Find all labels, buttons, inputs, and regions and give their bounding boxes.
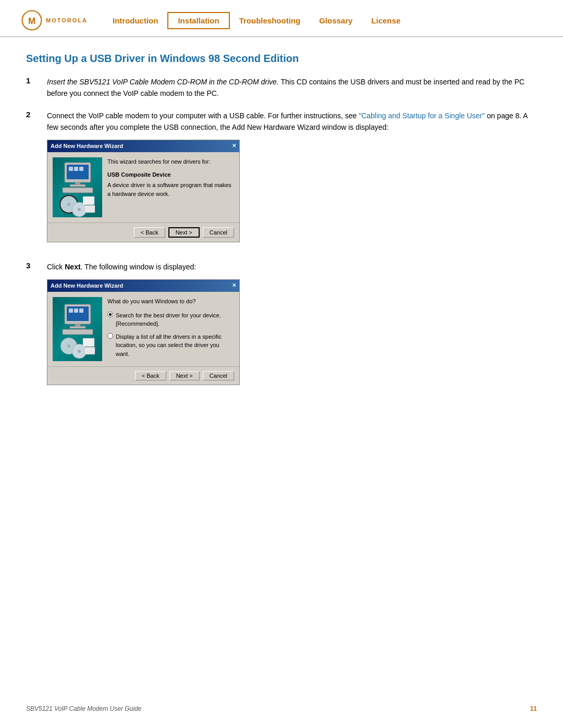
svg-text:M: M: [28, 16, 35, 26]
step-3: 3 Click Next. The following window is di…: [26, 261, 537, 393]
dialog-2-titlebar: Add New Hardware Wizard ✕: [47, 280, 239, 292]
dialog-1-close-icon: ✕: [232, 142, 236, 150]
step-3-number: 3: [26, 261, 47, 270]
dialog-1-title: Add New Hardware Wizard: [51, 142, 123, 151]
svg-rect-30: [84, 347, 95, 354]
page-header: M MOTOROLA Introduction Installation Tro…: [0, 0, 563, 37]
svg-rect-9: [63, 188, 93, 193]
svg-rect-5: [74, 167, 78, 171]
dialog-1-cancel-button[interactable]: Cancel: [203, 227, 234, 238]
svg-point-14: [78, 208, 81, 211]
dialog-2-radio-1-icon[interactable]: [107, 312, 113, 317]
dialog-2-footer: < Back Next > Cancel: [47, 366, 239, 385]
motorola-wordmark: MOTOROLA: [46, 17, 88, 23]
dialog-2-option-1: Search for the best driver for your devi…: [107, 311, 234, 328]
svg-rect-15: [83, 196, 94, 205]
main-content: Setting Up a USB Driver in Windows 98 Se…: [0, 37, 563, 425]
dialog-1-footer: < Back Next > Cancel: [47, 223, 239, 242]
dialog-1-description: A device driver is a software program th…: [107, 181, 234, 198]
tab-introduction[interactable]: Introduction: [103, 13, 167, 28]
step-3-next-bold: Next: [65, 263, 80, 271]
dialog-2-option-2: Display a list of all the drivers in a s…: [107, 332, 234, 359]
dialog-1-illustration-icon: [54, 157, 101, 217]
svg-point-28: [78, 350, 81, 353]
step-3-text-before: Click: [47, 263, 65, 271]
dialog-1-body: This wizard searches for new drivers for…: [47, 152, 239, 223]
logo-area: M MOTOROLA: [21, 9, 88, 31]
svg-rect-8: [70, 184, 85, 187]
step-2-number: 2: [26, 110, 47, 119]
step-1-italic: Insert the SBV5121 VoIP Cable Modem CD-R…: [47, 78, 279, 86]
dialog-1-titlebar: Add New Hardware Wizard ✕: [47, 140, 239, 153]
svg-rect-7: [75, 182, 80, 184]
dialog-1-back-button[interactable]: < Back: [134, 227, 165, 238]
svg-rect-23: [70, 326, 85, 328]
svg-rect-22: [75, 324, 80, 326]
dialog-2-body: What do you want Windows to do? Search f…: [47, 292, 239, 366]
svg-point-12: [67, 203, 70, 206]
svg-rect-20: [74, 309, 78, 313]
dialog-2-text-area: What do you want Windows to do? Search f…: [107, 297, 234, 361]
tab-glossary[interactable]: Glossary: [310, 13, 362, 28]
dialog-1-image: [53, 157, 102, 217]
step-1-number: 1: [26, 76, 47, 85]
svg-rect-6: [79, 167, 83, 171]
tab-troubleshooting[interactable]: Troubleshooting: [230, 13, 310, 28]
step-2-content: Connect the VoIP cable modem to your com…: [47, 110, 537, 251]
navigation-tabs: Introduction Installation Troubleshootin…: [103, 12, 542, 29]
svg-rect-19: [69, 309, 73, 313]
dialog-2-question: What do you want Windows to do?: [107, 297, 234, 306]
dialog-2-radio-2-icon[interactable]: [107, 333, 113, 339]
step-2-link[interactable]: "Cabling and Startup for a Single User": [359, 112, 485, 120]
tab-installation[interactable]: Installation: [167, 12, 229, 29]
dialog-2-cancel-button[interactable]: Cancel: [203, 371, 234, 380]
svg-rect-21: [79, 309, 83, 313]
dialog-2-next-button[interactable]: Next >: [169, 371, 200, 380]
step-list: 1 Insert the SBV5121 VoIP Cable Modem CD…: [26, 76, 537, 393]
page-title: Setting Up a USB Driver in Windows 98 Se…: [26, 53, 537, 65]
svg-rect-16: [84, 205, 95, 213]
tab-license[interactable]: License: [362, 13, 410, 28]
dialog-1-device-name: USB Composite Device: [107, 170, 234, 179]
page-footer: SBV5121 VoIP Cable Modem User Guide 11: [26, 705, 537, 712]
footer-page-number: 11: [530, 705, 537, 712]
step-3-text-after: . The following window is displayed:: [81, 263, 197, 271]
dialog-1-text-area: This wizard searches for new drivers for…: [107, 157, 234, 217]
step-3-content: Click Next. The following window is disp…: [47, 261, 537, 393]
dialog-2-back-button[interactable]: < Back: [135, 371, 166, 380]
dialog-2-option-1-label: Search for the best driver for your devi…: [116, 311, 234, 328]
svg-rect-29: [83, 338, 94, 347]
footer-guide-name: SBV5121 VoIP Cable Modem User Guide: [26, 705, 141, 712]
dialog-1-next-button[interactable]: Next >: [168, 227, 200, 238]
dialog-1-screenshot: Add New Hardware Wizard ✕: [47, 140, 240, 243]
motorola-logo-icon: M: [21, 9, 43, 31]
step-2-text-before: Connect the VoIP cable modem to your com…: [47, 112, 359, 120]
dialog-2-option-2-label: Display a list of all the drivers in a s…: [116, 332, 234, 359]
svg-rect-4: [69, 167, 73, 171]
step-2: 2 Connect the VoIP cable modem to your c…: [26, 110, 537, 251]
dialog-2-screenshot: Add New Hardware Wizard ✕: [47, 279, 240, 386]
dialog-2-close-icon: ✕: [232, 281, 236, 290]
svg-rect-24: [63, 329, 93, 335]
dialog-1-intro: This wizard searches for new drivers for…: [107, 157, 234, 166]
step-1: 1 Insert the SBV5121 VoIP Cable Modem CD…: [26, 76, 537, 100]
dialog-2-image: [53, 297, 102, 361]
dialog-2-illustration-icon: [54, 299, 101, 359]
step-1-content: Insert the SBV5121 VoIP Cable Modem CD-R…: [47, 76, 537, 100]
dialog-2-title: Add New Hardware Wizard: [51, 281, 123, 291]
svg-point-26: [67, 344, 70, 348]
